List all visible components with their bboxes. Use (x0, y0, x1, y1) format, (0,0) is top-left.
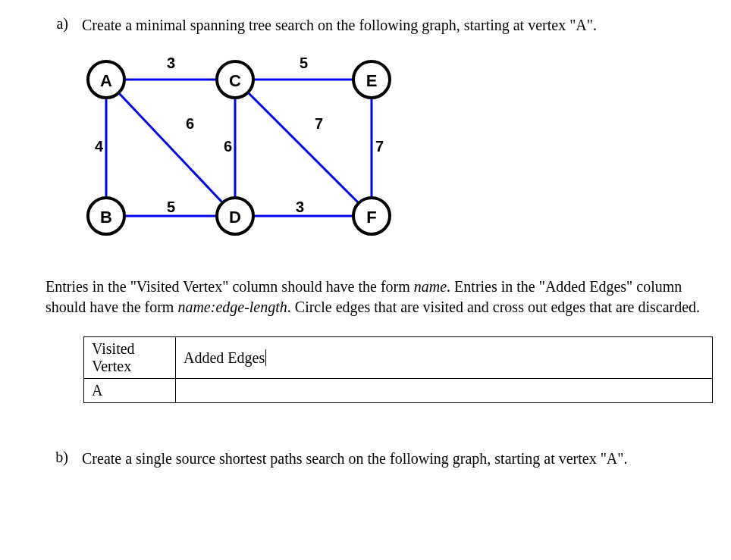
vertex-D: D (217, 198, 253, 234)
vertex-C: C (217, 61, 253, 98)
instr-seg-name: name (414, 278, 447, 295)
edge-weight-B-D: 5 (167, 199, 175, 215)
question-b-text: Create a single source shortest paths se… (82, 449, 701, 469)
worksheet-table: Visited Vertex Added Edges A (83, 336, 713, 403)
edge-weight-C-F: 7 (315, 115, 323, 132)
instr-seg-3: . Circle edges that are visited and cros… (287, 299, 700, 315)
vertex-E: E (353, 61, 390, 98)
added-edges-text: Added Edges (184, 349, 265, 366)
vertex-label-E: E (366, 71, 378, 90)
instructions-paragraph: Entries in the "Visited Vertex" column s… (45, 277, 701, 318)
cell-visited-vertex: A (84, 379, 176, 403)
vertex-label-C: C (229, 71, 241, 90)
table-row: A (84, 379, 713, 403)
graph-figure: 354667753ACEBDF (68, 49, 701, 246)
vertex-label-F: F (366, 208, 376, 227)
edge-C-F (248, 92, 359, 203)
question-a-text: Create a minimal spanning tree search on… (82, 15, 701, 36)
vertex-label-A: A (100, 71, 112, 90)
vertex-F: F (353, 198, 390, 234)
cell-added-edges (176, 379, 713, 403)
instr-seg-1: Entries in the "Visited Vertex" column s… (45, 278, 414, 295)
question-b-label: b) (30, 449, 82, 469)
col-header-added-edges: Added Edges (176, 337, 713, 379)
table-body: A (84, 379, 713, 403)
text-cursor (265, 349, 266, 366)
edge-weight-A-C: 3 (167, 55, 175, 71)
col-header-visited-vertex: Visited Vertex (84, 337, 176, 379)
edge-weight-D-F: 3 (296, 199, 304, 215)
table-header-row: Visited Vertex Added Edges (84, 337, 713, 379)
question-a-label: a) (30, 15, 82, 36)
question-b: b) Create a single source shortest paths… (30, 449, 701, 469)
instr-seg-format: name:edge-length (177, 299, 287, 315)
question-a: a) Create a minimal spanning tree search… (30, 15, 701, 36)
graph-svg: 354667753ACEBDF (68, 49, 409, 246)
edge-A-D (118, 92, 222, 202)
vertex-label-B: B (100, 208, 112, 227)
edge-weight-C-D: 6 (224, 138, 232, 155)
vertex-B: B (88, 198, 124, 234)
edge-weight-A-D: 6 (186, 115, 194, 132)
vertex-A: A (88, 61, 124, 98)
edge-weight-C-E: 5 (300, 55, 308, 71)
edge-weight-E-F: 7 (375, 138, 384, 155)
edge-weight-A-B: 4 (95, 138, 104, 155)
vertex-label-D: D (229, 208, 241, 227)
